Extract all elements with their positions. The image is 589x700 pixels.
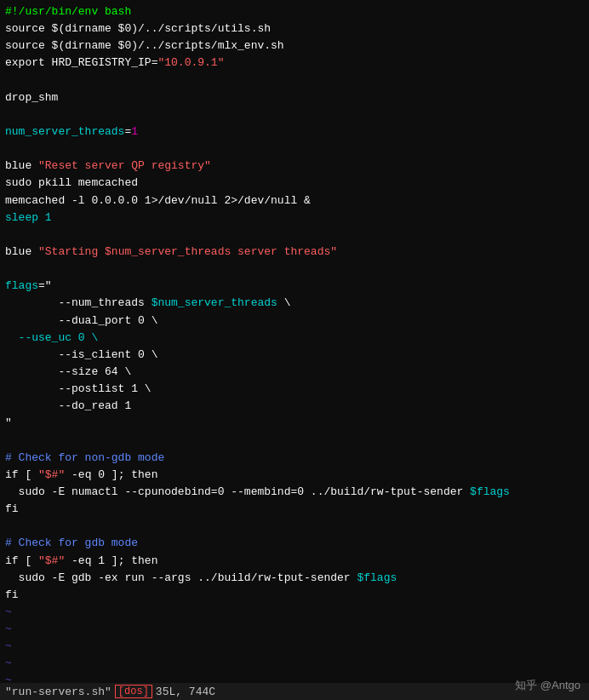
code-line	[5, 433, 584, 450]
code-line: "	[5, 415, 584, 432]
code-line: source $(dirname $0)/../scripts/utils.sh	[5, 20, 584, 37]
code-line: if [ "$#" -eq 0 ]; then	[5, 467, 584, 484]
code-line: --num_threads $num_server_threads \	[5, 295, 584, 312]
code-line	[5, 106, 584, 123]
code-line: sudo pkill memcached	[5, 175, 584, 192]
code-line: sudo -E gdb -ex run --args ../build/rw-t…	[5, 570, 584, 587]
code-line: blue "Reset server QP registry"	[5, 158, 584, 175]
code-line: num_server_threads=1	[5, 123, 584, 141]
code-line: --postlist 1 \	[5, 381, 584, 398]
code-line	[5, 72, 584, 89]
code-line: if [ "$#" -eq 1 ]; then	[5, 553, 584, 570]
code-line: fi	[5, 501, 584, 518]
editor: #!/usr/bin/env bashsource $(dirname $0)/…	[0, 0, 589, 700]
code-line: # Check for non-gdb mode	[5, 450, 584, 467]
code-line: memcached -l 0.0.0.0 1>/dev/null 2>/dev/…	[5, 192, 584, 209]
code-line: # Check for gdb mode	[5, 535, 584, 552]
code-line: fi	[5, 587, 584, 604]
code-line	[5, 518, 584, 535]
code-line: #!/usr/bin/env bash	[5, 3, 584, 20]
statusbar: "run-servers.sh" [dos] 35L, 744C	[0, 683, 589, 700]
code-line: flags="	[5, 278, 584, 295]
watermark: 知乎 @Antgo	[515, 678, 580, 693]
code-line: --do_read 1	[5, 398, 584, 415]
code-line: source $(dirname $0)/../scripts/mlx_env.…	[5, 37, 584, 55]
code-line: ~	[5, 621, 584, 638]
status-filename: "run-servers.sh"	[5, 686, 112, 698]
code-line: ~	[5, 638, 584, 655]
code-line: --dual_port 0 \	[5, 313, 584, 330]
code-line	[5, 261, 584, 278]
code-line: sleep 1	[5, 209, 584, 227]
code-line: ~	[5, 655, 584, 672]
code-line	[5, 227, 584, 244]
code-line: sudo -E numactl --cpunodebind=0 --membin…	[5, 484, 584, 501]
code-line: drop_shm	[5, 89, 584, 106]
code-line: blue "Starting $num_server_threads serve…	[5, 244, 584, 261]
code-line	[5, 141, 584, 158]
code-line: ~	[5, 604, 584, 621]
code-line: --size 64 \	[5, 364, 584, 381]
code-line: export HRD_REGISTRY_IP="10.0.9.1"	[5, 55, 584, 72]
code-area: #!/usr/bin/env bashsource $(dirname $0)/…	[5, 3, 584, 700]
dos-badge: [dos]	[115, 685, 152, 698]
code-line: --use_uc 0 \	[5, 330, 584, 347]
code-line: --is_client 0 \	[5, 347, 584, 364]
status-info: 35L, 744C	[156, 686, 215, 698]
